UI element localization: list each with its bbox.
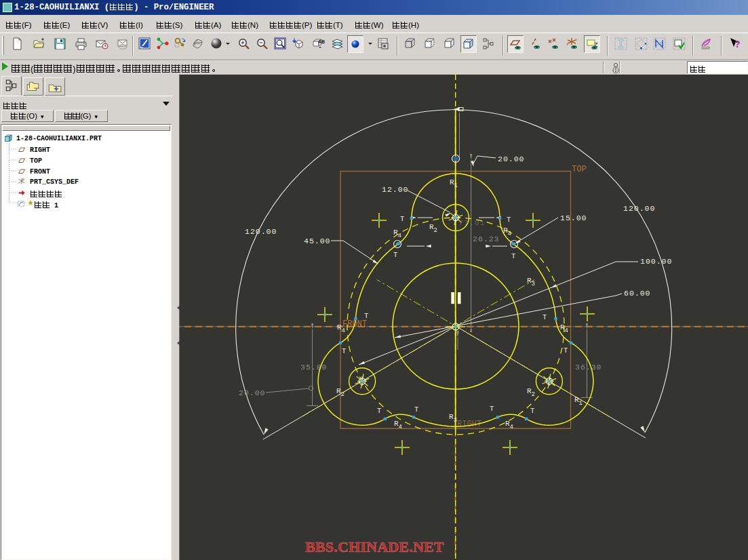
svg-text:T: T (342, 347, 346, 355)
svg-text:T: T (400, 215, 404, 223)
svg-text:T: T (414, 405, 418, 414)
svg-text:T: T (511, 252, 515, 260)
svg-text:z: z (566, 42, 568, 46)
svg-text:77.01: 77.01 (458, 218, 486, 227)
svg-text:T: T (530, 407, 534, 415)
svg-text:?: ? (734, 39, 741, 49)
svg-text:T: T (377, 407, 381, 415)
svg-text:20.00: 20.00 (239, 388, 266, 397)
svg-text:T: T (564, 346, 568, 355)
svg-text:15.00: 15.00 (560, 214, 587, 222)
svg-text:100.00: 100.00 (640, 257, 672, 266)
svg-text:20.00: 20.00 (498, 155, 525, 163)
svg-text:60.00: 60.00 (624, 289, 651, 298)
svg-text:T: T (507, 216, 511, 224)
svg-text:12.00: 12.00 (382, 185, 409, 194)
svg-text:x: x (575, 37, 577, 41)
svg-text:45.00: 45.00 (304, 237, 331, 245)
svg-text:T: T (543, 313, 547, 321)
svg-text:T: T (490, 405, 494, 413)
svg-text:TOP: TOP (572, 165, 587, 174)
svg-text:26.23: 26.23 (473, 235, 500, 243)
svg-text:T: T (393, 251, 397, 259)
svg-text:120.00: 120.00 (245, 227, 277, 236)
svg-text:T: T (364, 312, 368, 320)
svg-text:35.80: 35.80 (300, 363, 328, 372)
svg-text:BBS.CHINADE.NET: BBS.CHINADE.NET (305, 538, 444, 555)
svg-text:120.00: 120.00 (623, 204, 655, 213)
svg-text:AB: AB (318, 39, 325, 44)
svg-text:36.30: 36.30 (575, 363, 602, 372)
